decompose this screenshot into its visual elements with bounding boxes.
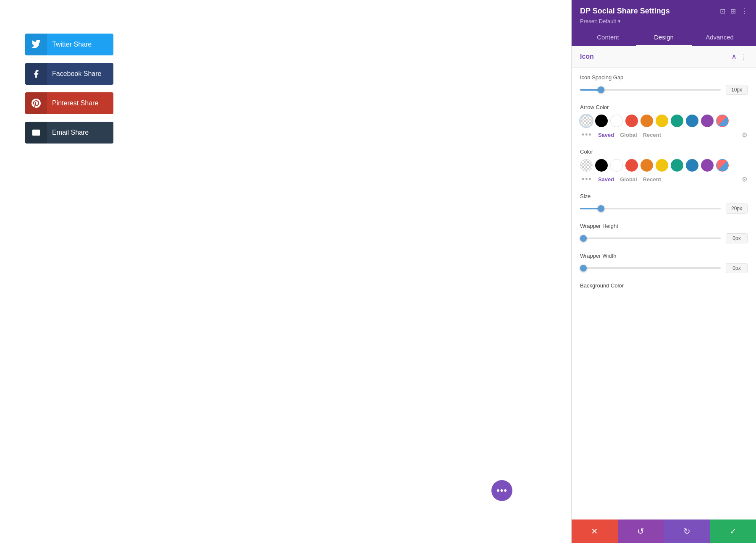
- email-icon: [32, 128, 41, 137]
- pinterest-icon: [32, 99, 41, 108]
- tab-content[interactable]: Content: [580, 29, 636, 46]
- twitter-share-label: Twitter Share: [47, 41, 113, 48]
- wrapper-height-label: Wrapper Height: [580, 223, 748, 229]
- panel-preset[interactable]: Preset: Default ▾: [580, 18, 748, 24]
- wrapper-height-slider[interactable]: [580, 238, 721, 239]
- icon-spacing-gap-label: Icon Spacing Gap: [580, 74, 748, 81]
- background-color-row: Background Color: [580, 282, 748, 289]
- arrow-color-swatches: [580, 115, 748, 127]
- wrapper-width-slider-row: 0px: [580, 263, 748, 273]
- panel-more-icon[interactable]: ⋮: [741, 7, 748, 15]
- redo-button[interactable]: ↻: [664, 520, 710, 543]
- panel-grid-icon[interactable]: ⊞: [730, 7, 736, 15]
- color-swatches: [580, 159, 748, 172]
- arrow-color-swatch-white[interactable]: [610, 115, 623, 127]
- size-slider[interactable]: [580, 208, 721, 209]
- size-row: Size 20px: [580, 193, 748, 214]
- tab-design[interactable]: Design: [636, 29, 692, 46]
- color-dots: •••: [582, 175, 592, 184]
- arrow-color-row: Arrow Color ••• Saved Global: [580, 104, 748, 139]
- color-swatch-transparent[interactable]: [580, 159, 593, 172]
- section-collapse-icon[interactable]: ∧: [731, 52, 737, 61]
- slider-track-height: [580, 238, 721, 239]
- facebook-icon: [32, 69, 41, 78]
- arrow-color-dots: •••: [582, 131, 592, 139]
- arrow-color-swatch-teal[interactable]: [671, 115, 683, 127]
- color-gear-icon[interactable]: ⚙: [742, 175, 748, 183]
- panel-title: DP Social Share Settings: [580, 7, 670, 16]
- pinterest-icon-part: [25, 92, 47, 114]
- color-swatch-teal[interactable]: [671, 159, 683, 172]
- facebook-share-button[interactable]: Facebook Share: [25, 63, 113, 85]
- arrow-color-global[interactable]: Global: [620, 132, 637, 138]
- slider-thumb-width[interactable]: [580, 265, 587, 272]
- wrapper-width-slider[interactable]: [580, 267, 721, 269]
- arrow-color-swatch-transparent[interactable]: [580, 115, 593, 127]
- color-label: Color: [580, 149, 748, 155]
- color-swatch-purple[interactable]: [701, 159, 714, 172]
- panel-title-row: DP Social Share Settings ⊡ ⊞ ⋮: [580, 7, 748, 16]
- wrapper-width-label: Wrapper Width: [580, 253, 748, 259]
- color-swatch-white[interactable]: [610, 159, 623, 172]
- color-swatch-black[interactable]: [595, 159, 608, 172]
- cancel-button[interactable]: ✕: [572, 520, 618, 543]
- panel-footer: ✕ ↺ ↻ ✓: [572, 520, 756, 543]
- size-slider-row: 20px: [580, 204, 748, 214]
- facebook-share-label: Facebook Share: [47, 70, 113, 78]
- email-icon-part: [25, 122, 47, 144]
- email-share-button[interactable]: Email Share: [25, 122, 113, 144]
- icon-spacing-gap-slider-row: 10px: [580, 85, 748, 95]
- pinterest-share-label: Pinterest Share: [47, 99, 113, 107]
- icon-spacing-gap-slider[interactable]: [580, 89, 721, 91]
- tab-advanced[interactable]: Advanced: [692, 29, 748, 46]
- color-swatch-red[interactable]: [625, 159, 638, 172]
- panel-body: Icon ∧ ⋮ Icon Spacing Gap 10px: [572, 46, 756, 520]
- settings-panel: DP Social Share Settings ⊡ ⊞ ⋮ Preset: D…: [571, 0, 756, 543]
- slider-thumb-spacing[interactable]: [598, 86, 604, 93]
- twitter-share-button[interactable]: Twitter Share: [25, 34, 113, 55]
- confirm-button[interactable]: ✓: [710, 520, 756, 543]
- size-value: 20px: [726, 204, 748, 214]
- panel-title-icons: ⊡ ⊞ ⋮: [720, 7, 748, 15]
- undo-button[interactable]: ↺: [618, 520, 664, 543]
- background-color-label: Background Color: [580, 282, 748, 289]
- icon-spacing-gap-value: 10px: [726, 85, 748, 95]
- arrow-color-swatch-black[interactable]: [595, 115, 608, 127]
- color-global[interactable]: Global: [620, 176, 637, 183]
- arrow-color-saved[interactable]: Saved: [598, 132, 614, 138]
- color-swatch-yellow[interactable]: [656, 159, 668, 172]
- email-share-label: Email Share: [47, 129, 113, 136]
- arrow-color-swatch-red[interactable]: [625, 115, 638, 127]
- wrapper-width-row: Wrapper Width 0px: [580, 253, 748, 273]
- color-row: Color ••• Saved Global: [580, 149, 748, 184]
- section-more-icon[interactable]: ⋮: [740, 52, 748, 61]
- arrow-color-swatch-blue[interactable]: [686, 115, 698, 127]
- panel-responsive-icon[interactable]: ⊡: [720, 7, 725, 15]
- twitter-icon-part: [25, 34, 47, 55]
- arrow-color-recent[interactable]: Recent: [643, 132, 661, 138]
- color-swatch-orange[interactable]: [640, 159, 653, 172]
- color-swatch-blue[interactable]: [686, 159, 698, 172]
- color-recent[interactable]: Recent: [643, 176, 661, 183]
- arrow-color-sub-row: ••• Saved Global Recent ⚙: [580, 131, 748, 139]
- fab-dots: •••: [496, 485, 507, 496]
- slider-thumb-size[interactable]: [598, 205, 604, 212]
- slider-track-width: [580, 267, 721, 269]
- arrow-color-swatch-orange[interactable]: [640, 115, 653, 127]
- slider-thumb-height[interactable]: [580, 235, 587, 242]
- color-saved[interactable]: Saved: [598, 176, 614, 183]
- panel-tabs: Content Design Advanced: [580, 29, 748, 46]
- arrow-color-swatch-purple[interactable]: [701, 115, 714, 127]
- section-header-icons: ∧ ⋮: [731, 52, 748, 61]
- size-label: Size: [580, 193, 748, 199]
- arrow-color-swatch-edit[interactable]: [716, 115, 729, 127]
- color-swatch-edit[interactable]: [716, 159, 729, 172]
- canvas-area: Twitter Share Facebook Share Pinterest S…: [0, 0, 571, 543]
- pinterest-share-button[interactable]: Pinterest Share: [25, 92, 113, 114]
- arrow-color-gear-icon[interactable]: ⚙: [742, 131, 748, 139]
- icon-section-header: Icon ∧ ⋮: [572, 46, 756, 68]
- arrow-color-swatch-yellow[interactable]: [656, 115, 668, 127]
- fab-button[interactable]: •••: [491, 480, 512, 501]
- icon-spacing-gap-row: Icon Spacing Gap 10px: [580, 74, 748, 95]
- wrapper-height-row: Wrapper Height 0px: [580, 223, 748, 243]
